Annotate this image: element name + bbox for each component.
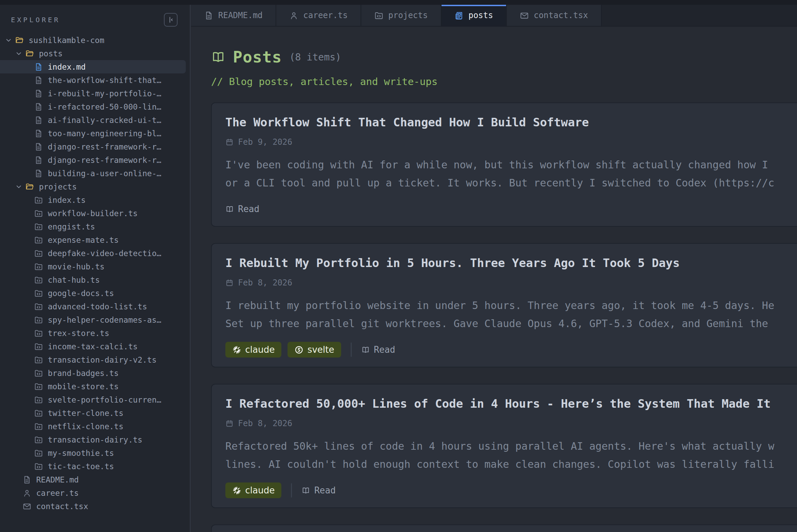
- post-excerpt-line: or a CLI tool and pull up a ticket. It w…: [225, 174, 797, 192]
- page-subtitle-comment: // Blog posts, articles, and write-ups: [211, 76, 797, 87]
- code-folder-icon: [34, 196, 43, 205]
- tree-item-projects-folder[interactable]: projects: [0, 180, 190, 193]
- tree-item-readme[interactable]: README.md: [0, 473, 190, 486]
- tree-item[interactable]: trex-store.ts: [0, 326, 190, 340]
- mail-icon: [520, 11, 529, 20]
- tree-item[interactable]: mobile-store.ts: [0, 380, 190, 393]
- tree-item[interactable]: transaction-dairy.ts: [0, 433, 190, 446]
- code-folder-icon: [34, 382, 43, 391]
- post-footer: claude svelte Read: [225, 341, 797, 358]
- post-excerpt-line: Refactored 50k+ lines of code in 4 hours…: [225, 437, 797, 455]
- tab-projects[interactable]: projects: [361, 5, 442, 26]
- post-date: Feb 8, 2026: [225, 278, 797, 288]
- doc-icon: [34, 156, 43, 165]
- tree-item-label: advanced-todo-list.ts: [48, 302, 147, 311]
- tree-item-label: too-many-engineering-bl…: [48, 129, 161, 138]
- tree-item-label: django-rest-framework-r…: [48, 156, 161, 165]
- code-folder-icon: [34, 249, 43, 258]
- open-book-icon: [211, 50, 225, 64]
- tree-item[interactable]: i-rebuilt-my-portfolio-…: [0, 87, 190, 100]
- tree-item[interactable]: twitter-clone.ts: [0, 406, 190, 420]
- tree-item-label: trex-store.ts: [48, 329, 109, 338]
- tree-item[interactable]: index.ts: [0, 193, 190, 207]
- tree-item-label: workflow-builder.ts: [48, 209, 138, 218]
- tree-item[interactable]: enggist.ts: [0, 220, 190, 233]
- calendar-icon: [225, 419, 234, 428]
- tree-item-label: twitter-clone.ts: [48, 409, 124, 418]
- tab-posts[interactable]: posts: [442, 5, 507, 26]
- tree-item[interactable]: chat-hub.ts: [0, 273, 190, 286]
- code-folder-icon: [34, 395, 43, 404]
- tree-item[interactable]: transaction-dairy-v2.ts: [0, 353, 190, 366]
- code-folder-icon: [34, 435, 43, 444]
- post-date-text: Feb 9, 2026: [238, 137, 292, 147]
- tree-item-contact[interactable]: contact.tsx: [0, 500, 190, 513]
- explorer-sidebar: EXPLORER sushilkamble-com posts index.md…: [0, 5, 191, 532]
- read-link[interactable]: Read: [302, 485, 336, 495]
- tree-item[interactable]: building-a-user-online-…: [0, 167, 190, 180]
- tree-item[interactable]: deepfake-video-detectio…: [0, 247, 190, 260]
- tag-badge-svelte[interactable]: svelte: [288, 342, 341, 358]
- read-label: Read: [238, 204, 260, 214]
- tree-item[interactable]: movie-hub.ts: [0, 260, 190, 273]
- tree-item-selected[interactable]: index.md: [0, 60, 186, 73]
- tree-item-label: enggist.ts: [48, 222, 95, 231]
- tree-item[interactable]: django-rest-framework-r…: [0, 140, 190, 153]
- post-title: I Refactored 50,000+ Lines of Code in 4 …: [225, 397, 797, 410]
- post-excerpt-line: I rebuilt my portfolio website in under …: [225, 296, 797, 314]
- post-excerpt: Refactored 50k+ lines of code in 4 hours…: [225, 437, 797, 473]
- folder-open-icon: [25, 49, 34, 58]
- tag-badge-claude[interactable]: claude: [225, 482, 281, 498]
- tree-item[interactable]: ai-finally-cracked-ui-t…: [0, 113, 190, 127]
- tab-contact[interactable]: contact.tsx: [507, 5, 602, 26]
- claude-logo-icon: [232, 486, 241, 495]
- page-title: Posts: [233, 48, 282, 66]
- tree-item[interactable]: google-docs.ts: [0, 286, 190, 300]
- person-icon: [289, 11, 298, 20]
- read-link[interactable]: Read: [225, 204, 260, 214]
- tab-career[interactable]: career.ts: [276, 5, 361, 26]
- file-tree: sushilkamble-com posts index.md the-work…: [0, 33, 190, 513]
- post-date-text: Feb 8, 2026: [238, 419, 292, 428]
- tree-item-career[interactable]: career.ts: [0, 486, 190, 500]
- tree-item[interactable]: my-smoothie.ts: [0, 446, 190, 460]
- tree-item[interactable]: django-rest-framework-r…: [0, 153, 190, 167]
- tree-item[interactable]: netflix-clone.ts: [0, 420, 190, 433]
- tree-item-label: brand-badges.ts: [48, 369, 119, 378]
- post-date-text: Feb 8, 2026: [238, 278, 292, 288]
- tree-item[interactable]: the-workflow-shift-that…: [0, 73, 190, 87]
- tag-badge-claude[interactable]: claude: [225, 342, 281, 358]
- code-folder-icon: [34, 316, 43, 324]
- doc-icon: [23, 475, 31, 484]
- tree-item-label: my-smoothie.ts: [48, 449, 114, 458]
- tree-item[interactable]: i-refactored-50-000-lin…: [0, 100, 190, 113]
- tree-item-label: transaction-dairy-v2.ts: [48, 355, 157, 364]
- tree-item[interactable]: income-tax-calci.ts: [0, 340, 190, 353]
- tab-readme[interactable]: README.md: [191, 5, 276, 26]
- tree-item-label: projects: [39, 182, 77, 191]
- tree-item-label: index.ts: [48, 196, 86, 205]
- explorer-header: EXPLORER: [0, 5, 190, 31]
- tree-item[interactable]: brand-badges.ts: [0, 366, 190, 380]
- tree-item[interactable]: workflow-builder.ts: [0, 207, 190, 220]
- tree-item[interactable]: too-many-engineering-bl…: [0, 127, 190, 140]
- tree-item-root-folder[interactable]: sushilkamble-com: [0, 33, 190, 47]
- tab-label: posts: [469, 11, 493, 20]
- book-icon: [225, 205, 234, 213]
- tab-label: projects: [388, 11, 428, 20]
- mail-icon: [23, 502, 31, 511]
- post-excerpt-line: lines. AI couldn't hold enough context t…: [225, 455, 797, 473]
- tree-item-label: index.md: [48, 62, 86, 71]
- read-link[interactable]: Read: [361, 345, 395, 355]
- tree-item[interactable]: tic-tac-toe.ts: [0, 460, 190, 473]
- tree-item[interactable]: svelte-portfolio-curren…: [0, 393, 190, 406]
- collapse-sidebar-button[interactable]: [164, 13, 178, 27]
- tree-item[interactable]: expense-mate.ts: [0, 233, 190, 247]
- tree-item[interactable]: advanced-todo-list.ts: [0, 300, 190, 313]
- code-folder-icon: [34, 276, 43, 284]
- chevron-down-icon: [5, 37, 12, 44]
- code-folder-icon: [34, 449, 43, 458]
- tree-item-posts-folder[interactable]: posts: [0, 47, 190, 60]
- tree-item[interactable]: spy-helper-codenames-as…: [0, 313, 190, 326]
- code-folder-icon: [34, 369, 43, 378]
